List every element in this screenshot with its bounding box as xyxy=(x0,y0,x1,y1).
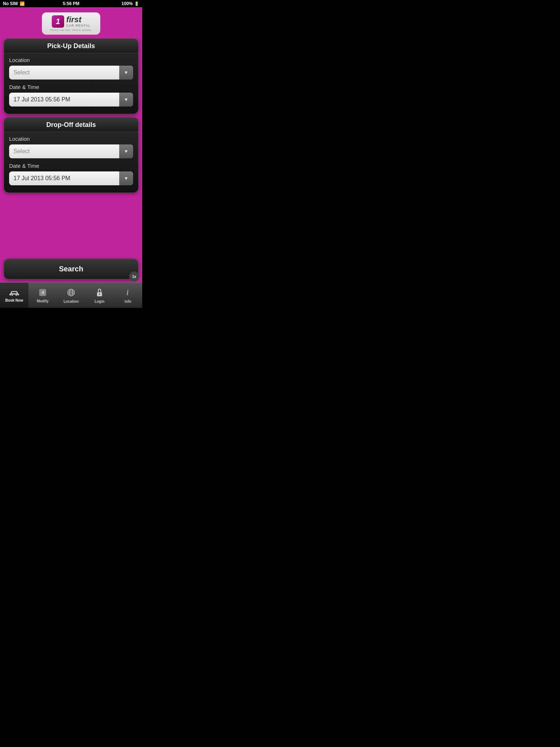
dropoff-title: Drop-Off details xyxy=(46,121,96,128)
battery-icon: 🔋 xyxy=(134,1,139,6)
zoom-badge: 1x xyxy=(129,271,139,282)
dropoff-card-body: Location Select ▼ Date & Time 17 Jul 201… xyxy=(4,132,138,193)
tab-bar: Book Now Modify Location xyxy=(0,282,142,308)
info-icon: i xyxy=(125,288,131,298)
logo-tagline: First in Car Hire. First in Service. xyxy=(50,28,92,32)
pickup-location-label: Location xyxy=(9,57,133,63)
logo-top: 1 first CAR RENTAL xyxy=(52,15,90,28)
tab-info[interactable]: i info xyxy=(114,283,142,308)
status-battery: 100% 🔋 xyxy=(121,1,139,6)
pickup-location-text: Select xyxy=(9,69,119,76)
carrier-text: No SIM xyxy=(3,1,18,6)
dropoff-location-dropdown[interactable]: Select ▼ xyxy=(9,144,133,158)
dropoff-datetime-dropdown[interactable]: 17 Jul 2013 05:56 PM ▼ xyxy=(9,171,133,185)
logo-brand: first xyxy=(66,16,90,24)
pickup-location-arrow: ▼ xyxy=(119,66,133,80)
logo-number: 1 xyxy=(52,15,64,28)
tab-book-now[interactable]: Book Now xyxy=(0,283,28,308)
logo-sub: CAR RENTAL xyxy=(66,24,90,27)
dropoff-location-label: Location xyxy=(9,136,133,142)
back-icon xyxy=(39,289,47,298)
tab-login-label: Login xyxy=(94,299,104,303)
tab-book-now-label: Book Now xyxy=(5,298,23,302)
globe-icon xyxy=(67,288,75,298)
sections-area: Pick-Up Details Location Select ▼ Date &… xyxy=(0,38,142,259)
dropoff-card-header: Drop-Off details xyxy=(4,117,138,132)
tab-location[interactable]: Location xyxy=(57,283,85,308)
tab-modify[interactable]: Modify xyxy=(28,283,57,308)
svg-point-8 xyxy=(99,293,100,294)
dropoff-card: Drop-Off details Location Select ▼ Date … xyxy=(4,117,139,193)
dropoff-location-text: Select xyxy=(9,148,119,155)
battery-percent: 100% xyxy=(121,1,133,6)
dropoff-location-arrow: ▼ xyxy=(119,144,133,158)
pickup-card-header: Pick-Up Details xyxy=(4,39,138,53)
pickup-datetime-arrow: ▼ xyxy=(119,93,133,107)
pickup-datetime-text: 17 Jul 2013 05:56 PM xyxy=(9,96,119,103)
dropoff-datetime-text: 17 Jul 2013 05:56 PM xyxy=(9,175,119,182)
pickup-card: Pick-Up Details Location Select ▼ Date &… xyxy=(4,38,139,114)
pickup-datetime-dropdown[interactable]: 17 Jul 2013 05:56 PM ▼ xyxy=(9,93,133,107)
pickup-card-body: Location Select ▼ Date & Time 17 Jul 201… xyxy=(4,53,138,114)
tab-location-label: Location xyxy=(63,299,79,303)
app-container: 1 first CAR RENTAL First in Car Hire. Fi… xyxy=(0,7,142,308)
wifi-icon: 📶 xyxy=(20,1,25,6)
dropoff-datetime-label: Date & Time xyxy=(9,163,133,169)
tab-modify-label: Modify xyxy=(37,299,48,303)
logo-text-group: first CAR RENTAL xyxy=(66,16,90,27)
search-button[interactable]: Search xyxy=(4,259,139,279)
logo-box: 1 first CAR RENTAL First in Car Hire. Fi… xyxy=(42,12,100,35)
dropoff-datetime-arrow: ▼ xyxy=(119,171,133,185)
pickup-title: Pick-Up Details xyxy=(47,42,95,50)
svg-text:i: i xyxy=(127,288,129,297)
pickup-location-dropdown[interactable]: Select ▼ xyxy=(9,66,133,80)
tab-info-label: info xyxy=(125,299,131,303)
status-bar: No SIM 📶 5:56 PM 100% 🔋 xyxy=(0,0,142,7)
logo-area: 1 first CAR RENTAL First in Car Hire. Fi… xyxy=(0,7,142,38)
status-time: 5:56 PM xyxy=(63,1,79,6)
pickup-datetime-label: Date & Time xyxy=(9,84,133,90)
car-icon xyxy=(9,289,19,297)
lock-icon xyxy=(96,288,103,298)
status-carrier: No SIM 📶 xyxy=(3,1,25,6)
tab-login[interactable]: Login xyxy=(85,283,114,308)
search-section: Search xyxy=(0,259,142,282)
